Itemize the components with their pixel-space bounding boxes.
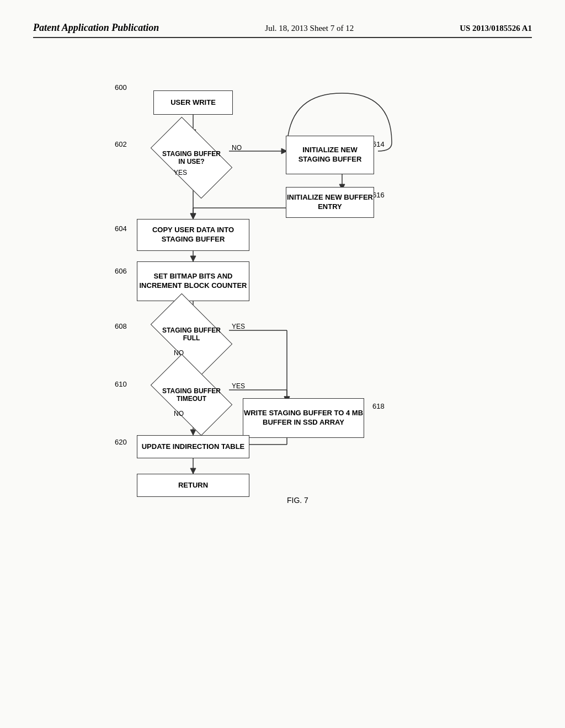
d608-yes-label: YES xyxy=(232,323,245,330)
node-618-id: 618 xyxy=(372,402,385,410)
d602-no-label: NO xyxy=(232,144,242,152)
svg-marker-10 xyxy=(190,213,196,219)
node-init-staging-buffer: INITIALIZE NEW STAGING BUFFER xyxy=(286,136,374,174)
svg-marker-8 xyxy=(190,213,196,219)
d602-yes-label: YES xyxy=(174,169,187,176)
node-update-indirection: UPDATE INDIRECTION TABLE xyxy=(137,435,249,458)
d610-yes-label: YES xyxy=(232,382,245,390)
node-staging-buffer-in-use: STAGING BUFFER IN USE? xyxy=(156,136,227,180)
node-610-id: 610 xyxy=(115,380,127,388)
svg-marker-12 xyxy=(190,256,196,261)
d610-no-label: NO xyxy=(174,410,184,417)
svg-marker-29 xyxy=(190,468,196,474)
flowchart-arrows xyxy=(33,71,532,678)
node-608-id: 608 xyxy=(115,322,127,330)
node-user-write: USER WRITE xyxy=(153,90,233,115)
page-header: Patent Application Publication Jul. 18, … xyxy=(33,22,532,38)
node-staging-buffer-full: STAGING BUFFER FULL xyxy=(156,312,227,356)
svg-marker-24 xyxy=(190,430,196,435)
node-staging-buffer-timeout: STAGING BUFFER TIMEOUT xyxy=(156,373,227,417)
node-copy-user-data: COPY USER DATA INTO STAGING BUFFER xyxy=(137,219,249,251)
node-604-id: 604 xyxy=(115,224,127,233)
node-600-id: 600 xyxy=(115,83,127,92)
node-616-id: 616 xyxy=(372,191,385,199)
patent-number-label: US 2013/0185526 A1 xyxy=(460,24,532,33)
node-606-id: 606 xyxy=(115,267,127,275)
node-write-staging-buffer: WRITE STAGING BUFFER TO 4 MB BUFFER IN S… xyxy=(243,398,364,438)
date-sheet-label: Jul. 18, 2013 Sheet 7 of 12 xyxy=(265,24,354,33)
publication-label: Patent Application Publication xyxy=(33,22,159,34)
page: Patent Application Publication Jul. 18, … xyxy=(0,0,565,728)
node-620-id: 620 xyxy=(115,438,127,446)
node-set-bitmap: SET BITMAP BITS AND INCREMENT BLOCK COUN… xyxy=(137,261,249,301)
flowchart: 600 USER WRITE 602 STAGING BUFFER IN USE… xyxy=(33,71,532,678)
figure-label: FIG. 7 xyxy=(287,496,308,505)
node-602-id: 602 xyxy=(115,140,127,148)
node-614-id: 614 xyxy=(372,140,385,148)
node-return: RETURN xyxy=(137,474,249,497)
node-init-buffer-entry: INITIALIZE NEW BUFFER ENTRY xyxy=(286,187,374,218)
